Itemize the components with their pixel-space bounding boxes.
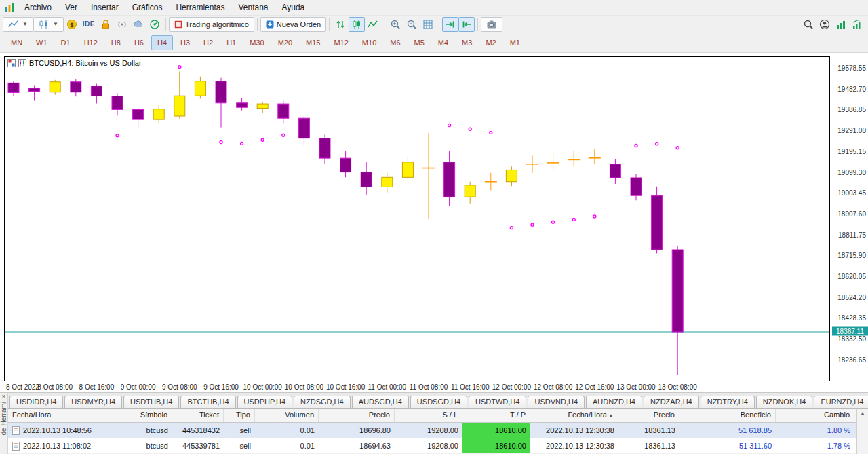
column-header-10[interactable]: Beneficio (679, 409, 776, 422)
candles-chart-icon (39, 19, 50, 30)
price-axis-label: 19482.70 (837, 85, 866, 92)
timeframe-h6[interactable]: H6 (128, 35, 150, 50)
symbol-tab-nzdsgd[interactable]: NZDSGD,H4 (294, 396, 351, 408)
timeframe-m3[interactable]: M3 (456, 35, 478, 50)
symbol-tab-btcthb[interactable]: BTCTHB,H4 (180, 396, 235, 408)
menu-item-insertar[interactable]: Insertar (84, 1, 125, 14)
symbol-tab-usdphp[interactable]: USDPHP,H4 (237, 396, 293, 408)
price-axis-label: 18715.90 (837, 252, 866, 259)
chart-type-line-dropdown[interactable]: ▼ (3, 17, 33, 32)
orders-table-body: 2022.10.13 10:48:56btcusd445318432sell0.… (8, 423, 856, 454)
screenshot-button[interactable] (481, 17, 502, 32)
symbol-tab-audsgd[interactable]: AUDSGD,H4 (352, 396, 409, 408)
menu-item-gráficos[interactable]: Gráficos (125, 1, 170, 14)
toolbox-vertical-tab[interactable]: × de Herrami (0, 393, 8, 454)
timeframe-m2[interactable]: M2 (479, 35, 502, 50)
table-row[interactable]: 2022.10.13 10:48:56btcusd445318432sell0.… (8, 423, 856, 438)
timeframe-m10[interactable]: M10 (356, 35, 382, 50)
grid-button[interactable] (420, 17, 436, 32)
symbol-tab-usdvnd[interactable]: USDVND,H4 (528, 396, 585, 408)
timeframe-h4[interactable]: H4 (151, 35, 173, 50)
lock-button[interactable] (98, 17, 114, 32)
column-header-5[interactable]: Precio (319, 409, 395, 422)
price-axis[interactable]: 19578.5519482.7019386.8519291.0019195.15… (831, 56, 868, 381)
timeframe-m30[interactable]: M30 (243, 35, 270, 50)
broadcast-button[interactable] (114, 17, 130, 32)
timeframe-h8[interactable]: H8 (105, 35, 127, 50)
table-scrollbar[interactable]: ▲ (856, 409, 868, 454)
timeframe-h3[interactable]: H3 (174, 35, 196, 50)
timeframe-d1[interactable]: D1 (55, 35, 77, 50)
column-header-4[interactable]: Volumen (255, 409, 319, 422)
candlestick-mode-button[interactable] (349, 17, 365, 32)
chart-plot[interactable]: BTCUSD,H4: Bitcoin vs US Dollar (4, 56, 830, 381)
symbol-tab-eurnzd[interactable]: EURNZD,H4 (814, 396, 868, 408)
menu-item-herramientas[interactable]: Herramientas (169, 1, 231, 14)
column-header-8[interactable]: Fecha/Hora ▲ (530, 409, 618, 422)
market-watch-button[interactable]: $ (64, 17, 80, 32)
timeframe-h1[interactable]: H1 (220, 35, 242, 50)
symbol-tab-usdtwd[interactable]: USDTWD,H4 (469, 396, 526, 408)
timeframe-m20[interactable]: M20 (272, 35, 298, 50)
column-header-6[interactable]: S / L (395, 409, 462, 422)
symbol-tab-nzdzar[interactable]: NZDZAR,H4 (644, 396, 699, 408)
chart-canvas[interactable] (5, 57, 829, 381)
column-header-7[interactable]: T / P (462, 409, 530, 422)
timeframe-h2[interactable]: H2 (197, 35, 219, 50)
column-header-3[interactable]: Tipo (224, 409, 255, 422)
zoom-in-button[interactable] (387, 17, 403, 32)
toolbar-separator (439, 18, 439, 31)
column-header-2[interactable]: Ticket (172, 409, 224, 422)
symbol-tab-nzdnok[interactable]: NZDNOK,H4 (756, 396, 813, 408)
scroll-up-icon[interactable]: ▲ (861, 409, 865, 415)
auto-scroll-button[interactable] (442, 17, 458, 32)
timeframe-mn[interactable]: MN (5, 35, 28, 50)
new-order-button[interactable]: Nueva Orden (260, 17, 326, 32)
timeframe-m4[interactable]: M4 (432, 35, 454, 50)
sort-prices-button[interactable] (332, 17, 349, 32)
chart-type-candles-dropdown[interactable]: ▼ (33, 17, 64, 32)
search-button[interactable] (800, 17, 816, 32)
menu-item-ver[interactable]: Ver (58, 1, 84, 14)
date-axis-label: 12 Oct 00:00 (492, 383, 531, 391)
column-header-0[interactable]: Fecha/Hora (8, 409, 115, 422)
table-row[interactable]: 2022.10.13 11:08:02btcusd445339781sell0.… (8, 438, 856, 454)
menu-item-archivo[interactable]: Archivo (18, 1, 58, 14)
close-icon[interactable]: × (2, 394, 5, 400)
menu-item-ayuda[interactable]: Ayuda (275, 1, 311, 14)
line-mode-button[interactable] (365, 17, 381, 32)
column-header-1[interactable]: Símbolo (115, 409, 172, 422)
account-button[interactable] (816, 17, 833, 32)
dollar-icon: $ (66, 19, 77, 30)
timeframe-m1[interactable]: M1 (504, 35, 526, 50)
timeframe-h12[interactable]: H12 (78, 35, 104, 50)
cell-text: 2022.10.13 10:48:56 (23, 426, 92, 434)
shift-left-icon (461, 19, 472, 30)
ide-button[interactable]: IDE (80, 17, 98, 32)
target-button[interactable] (146, 17, 163, 32)
timeframe-m5[interactable]: M5 (408, 35, 431, 50)
levels-button[interactable] (849, 17, 865, 32)
symbol-tab-usdsgd[interactable]: USDSGD,H4 (410, 396, 467, 408)
chevron-down-icon: ▼ (22, 21, 28, 27)
community-button[interactable] (833, 17, 849, 32)
date-axis[interactable]: 8 Oct 20228 Oct 08:008 Oct 16:009 Oct 00… (5, 383, 831, 392)
symbol-tab-usdmyr[interactable]: USDMYR,H4 (64, 396, 122, 408)
column-header-9[interactable]: Precio (618, 409, 679, 422)
cell-8: 2022.10.13 12:30:38 (530, 438, 618, 453)
symbol-tab-nzdtry[interactable]: NZDTRY,H4 (701, 396, 755, 408)
symbol-tab-usdidr[interactable]: USDIDR,H4 (9, 396, 63, 408)
cloud-button[interactable] (130, 17, 146, 32)
algo-trading-button[interactable]: Trading algorítmico (169, 17, 254, 32)
chart-shift-button[interactable] (458, 17, 475, 32)
symbol-tab-audnzd[interactable]: AUDNZD,H4 (586, 396, 642, 408)
date-axis-label: 8 Oct 2022 (6, 383, 39, 391)
timeframe-w1[interactable]: W1 (30, 35, 54, 50)
symbol-tab-usdthb[interactable]: USDTHB,H4 (123, 396, 179, 408)
timeframe-m6[interactable]: M6 (384, 35, 406, 50)
menu-item-ventana[interactable]: Ventana (231, 1, 275, 14)
column-header-11[interactable]: Cambio (776, 409, 854, 422)
timeframe-m15[interactable]: M15 (300, 35, 326, 50)
timeframe-m12[interactable]: M12 (328, 35, 354, 50)
zoom-out-button[interactable] (403, 17, 420, 32)
